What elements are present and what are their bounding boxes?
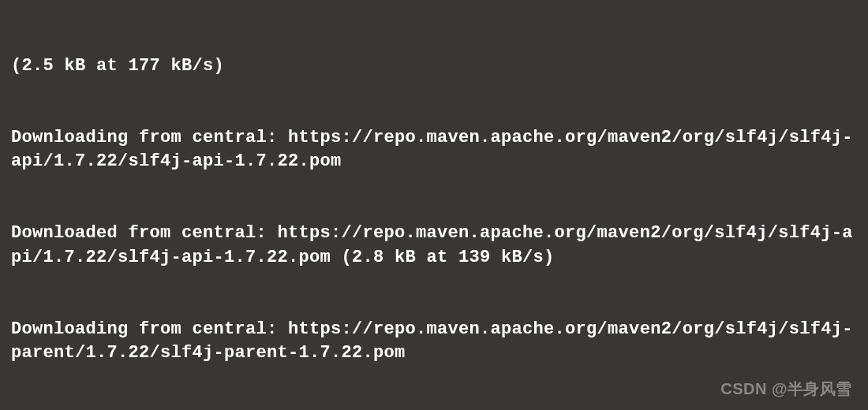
terminal-output: (2.5 kB at 177 kB/s) Downloading from ce… xyxy=(11,6,857,410)
watermark-text: CSDN @半身风雪 xyxy=(720,378,852,401)
terminal-line: (2.5 kB at 177 kB/s) xyxy=(11,54,857,78)
terminal-line: Downloading from central: https://repo.m… xyxy=(11,318,857,366)
terminal-line: Downloaded from central: https://repo.ma… xyxy=(11,222,857,270)
terminal-line: Downloading from central: https://repo.m… xyxy=(11,126,857,174)
